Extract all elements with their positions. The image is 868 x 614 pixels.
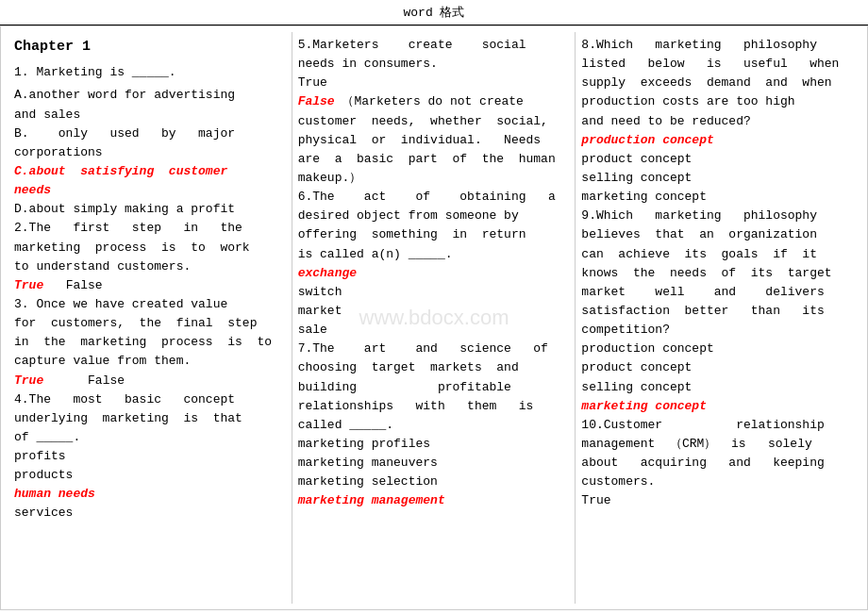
q2-true: True	[14, 278, 43, 292]
q1-b: B. only used by major	[14, 124, 286, 143]
q4-text2: underlying marketing is that	[14, 409, 286, 428]
q7-text4: relationships with them is	[298, 397, 570, 416]
q2-text3: to understand customers.	[14, 257, 286, 276]
q9-product: product concept	[581, 358, 854, 377]
q9-text2: believes that an organization	[581, 225, 854, 244]
q3-answer: True False	[14, 372, 286, 390]
q8-product: product concept	[581, 150, 854, 169]
q5-true: True	[298, 74, 570, 92]
q9-selling: selling concept	[581, 378, 854, 397]
q10-text: 10.Customer relationship	[581, 416, 854, 435]
q3-false: False	[51, 373, 125, 388]
q3-text4: capture value from them.	[14, 352, 286, 371]
q5-text2: needs in consumers.	[298, 55, 570, 74]
q6-text2: desired object from someone by	[298, 207, 570, 225]
q1-a: A.another word for advertising	[14, 86, 286, 105]
q6-exchange: exchange	[298, 264, 570, 283]
q9-text6: satisfaction better than its	[581, 302, 854, 321]
q1-text: 1. Marketing is _____.	[14, 63, 286, 82]
q5-false-text: （Marketers do not create	[342, 94, 523, 108]
q7-text: 7.The art and science of	[298, 340, 570, 358]
column-3: 8.Which marketing philosophy listed belo…	[576, 32, 860, 604]
page-header: word 格式	[0, 0, 868, 25]
q2-text: 2.The first step in the	[14, 219, 286, 238]
q1-a2: and sales	[14, 106, 286, 124]
q9-text4: knows the needs of its target	[581, 264, 854, 283]
q9-marketing-concept: marketing concept	[581, 397, 854, 416]
q8-text3: supply exceeds demand and when	[581, 74, 854, 92]
q9-text7: competition?	[581, 321, 854, 340]
q4-services: services	[14, 504, 286, 523]
q4-text3: of _____.	[14, 428, 286, 447]
q1-c2: needs	[14, 181, 286, 200]
header-title: word 格式	[403, 6, 464, 20]
q10-true: True	[581, 491, 854, 510]
q5-false: False	[298, 94, 335, 108]
q4-human-needs: human needs	[14, 485, 286, 504]
q7-selection: marketing selection	[298, 473, 570, 491]
q7-management: marketing management	[298, 491, 570, 510]
q3-text: 3. Once we have created value	[14, 295, 286, 314]
q3-text3: in the marketing process is to	[14, 333, 286, 352]
page-wrapper: word 格式 www.bdocx.com Chapter 1 1. Marke…	[0, 0, 868, 614]
q3-text2: for customers, the final step	[14, 314, 286, 333]
q10-text4: customers.	[581, 473, 854, 491]
q1-b2: corporations	[14, 143, 286, 162]
q9-text: 9.Which marketing philosophy	[581, 207, 854, 225]
q8-marketing: marketing concept	[581, 188, 854, 207]
q6-switch: switch	[298, 283, 570, 302]
chapter-title: Chapter 1	[14, 36, 286, 58]
q1-c: C.about satisfying customer	[14, 162, 286, 181]
q5-exp3: are a basic part of the human	[298, 150, 570, 169]
q6-text: 6.The act of obtaining a	[298, 188, 570, 207]
q9-text3: can achieve its goals if it	[581, 245, 854, 264]
q4-text: 4.The most basic concept	[14, 390, 286, 409]
q7-text3: building profitable	[298, 378, 570, 397]
q8-selling: selling concept	[581, 169, 854, 188]
q7-text5: called _____.	[298, 416, 570, 435]
q5-answer: False （Marketers do not create	[298, 92, 570, 111]
q7-text2: choosing target markets and	[298, 358, 570, 377]
q8-text: 8.Which marketing philosophy	[581, 36, 854, 55]
q7-profiles: marketing profiles	[298, 435, 570, 454]
q6-text3: offering something in return	[298, 225, 570, 244]
q9-text5: market well and delivers	[581, 283, 854, 302]
q7-maneuvers: marketing maneuvers	[298, 454, 570, 473]
q5-exp4: makeup.）	[298, 169, 570, 188]
q6-sale: sale	[298, 321, 570, 340]
q10-text2: management （CRM） is solely	[581, 435, 854, 454]
column-1: Chapter 1 1. Marketing is _____. A.anoth…	[8, 32, 292, 604]
q8-text5: and need to be reduced?	[581, 112, 854, 131]
column-2: 5.Marketers create social needs in consu…	[292, 32, 576, 604]
q2-false: False	[51, 278, 103, 292]
q3-true: True	[14, 373, 43, 388]
q10-text3: about acquiring and keeping	[581, 454, 854, 473]
content-grid: Chapter 1 1. Marketing is _____. A.anoth…	[0, 25, 868, 610]
q5-exp2: physical or individual. Needs	[298, 131, 570, 150]
q5-text: 5.Marketers create social	[298, 36, 570, 55]
q1-d: D.about simply making a profit	[14, 200, 286, 219]
q2-text2: marketing process is to work	[14, 239, 286, 257]
q2-answer: True False	[14, 276, 286, 295]
q6-text4: is called a(n) _____.	[298, 245, 570, 264]
q6-market: market	[298, 302, 570, 321]
q8-text2: listed below is useful when	[581, 55, 854, 74]
q9-production: production concept	[581, 340, 854, 358]
q8-text4: production costs are too high	[581, 92, 854, 111]
q4-products: products	[14, 466, 286, 485]
q5-exp1: customer needs, whether social,	[298, 112, 570, 131]
q4-profits: profits	[14, 447, 286, 466]
q8-production: production concept	[581, 131, 854, 150]
